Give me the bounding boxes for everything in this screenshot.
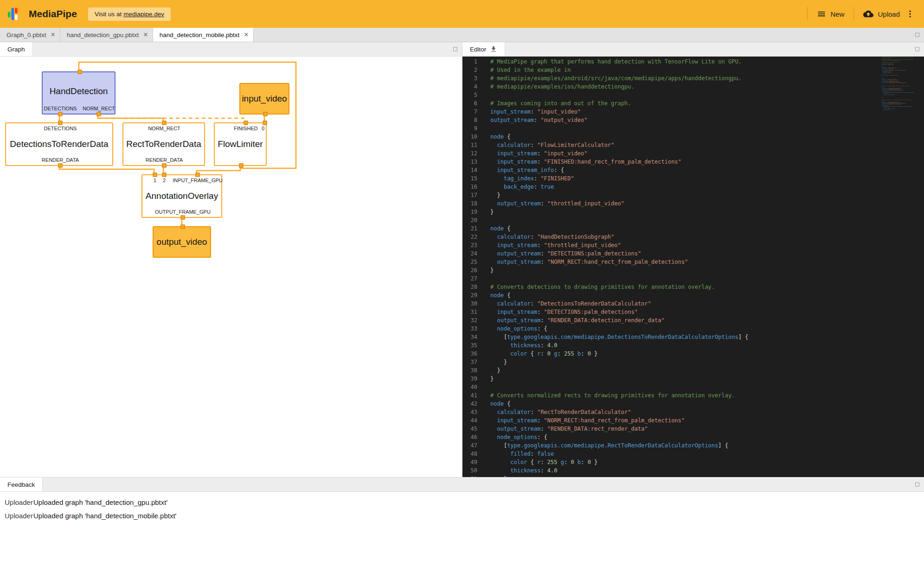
code-line[interactable]: node_options: {	[490, 433, 924, 441]
code-line[interactable]: }	[490, 475, 924, 477]
code-line[interactable]: calculator: "FlowLimiterCalculator"	[490, 141, 924, 149]
code-line[interactable]: output_stream: "RENDER_DATA:detection_re…	[490, 316, 924, 325]
output-port[interactable]	[239, 164, 244, 168]
graph-canvas[interactable]: HandDetection DETECTIONS NORM_RECT input…	[0, 57, 462, 477]
graph-node-output-video[interactable]: output_video	[153, 226, 211, 258]
code-line[interactable]: [type.googleapis.com/mediapipe.RectToRen…	[490, 441, 924, 450]
output-port[interactable]	[58, 164, 63, 168]
code-line[interactable]: output_stream: "RENDER_DATA:rect_render_…	[490, 425, 924, 433]
code-line[interactable]: }	[490, 358, 924, 366]
input-port[interactable]	[153, 173, 157, 177]
graph-node-detections-to-render-data[interactable]: DETECTIONS DetectionsToRenderData RENDER…	[5, 122, 113, 166]
input-port[interactable]	[78, 70, 82, 74]
tab-feedback[interactable]: Feedback	[0, 478, 43, 491]
graph-node-hand-detection[interactable]: HandDetection DETECTIONS NORM_RECT	[42, 71, 116, 115]
code-line[interactable]: }	[490, 208, 924, 216]
close-tab-icon[interactable]: ×	[244, 31, 248, 38]
output-port[interactable]	[58, 112, 63, 116]
graph-node-annotation-overlay[interactable]: 1 2 INPUT_FRAME_GPU AnnotationOverlay OU…	[141, 174, 222, 218]
maximize-feedback-icon[interactable]	[915, 483, 919, 487]
tab-graph[interactable]: Graph	[0, 42, 33, 56]
output-port[interactable]	[97, 112, 101, 116]
code-line[interactable]: thickness: 4.0	[490, 466, 924, 475]
code-line[interactable]: output_stream: "output_video"	[490, 116, 924, 124]
code-line[interactable]: }	[490, 191, 924, 199]
input-port[interactable]	[181, 225, 185, 229]
maximize-graph-icon[interactable]	[453, 47, 457, 51]
code-line[interactable]: # Images coming into and out of the grap…	[490, 99, 924, 108]
code-line[interactable]: }	[490, 366, 924, 375]
graph-node-input-video[interactable]: input_video	[239, 83, 289, 115]
code-line[interactable]: calculator: "RectToRenderDataCalculator"	[490, 408, 924, 416]
input-port[interactable]	[196, 173, 200, 177]
code-line[interactable]: output_stream: "NORM_RECT:hand_rect_from…	[490, 258, 924, 266]
code-line[interactable]: # Converts normalized rects to drawing p…	[881, 99, 918, 100]
maximize-panel-icon[interactable]	[915, 33, 919, 37]
code-line[interactable]: node {	[490, 291, 924, 299]
editor-scrollbar[interactable]	[918, 57, 924, 477]
output-port[interactable]	[181, 216, 185, 220]
code-line[interactable]: # Used in the example in	[490, 66, 924, 74]
code-line[interactable]: input_stream: "input_video"	[490, 149, 924, 158]
code-line[interactable]: input_stream_info: {	[490, 166, 924, 174]
code-line[interactable]: tag_index: "FINISHED"	[490, 174, 924, 183]
code-editor[interactable]: 1234567891011121314151617181920212223242…	[462, 57, 924, 477]
maximize-editor-icon[interactable]	[915, 47, 919, 51]
code-line[interactable]	[490, 216, 924, 224]
code-line[interactable]: output_stream: "DETECTIONS:palm_detectio…	[490, 249, 924, 258]
code-line[interactable]: input_stream: "DETECTIONS:palm_detection…	[490, 308, 924, 316]
code-lines[interactable]: # MediaPipe graph that performs hand det…	[880, 57, 918, 111]
input-port[interactable]	[263, 121, 267, 125]
graph-node-rect-to-render-data[interactable]: NORM_RECT RectToRenderData RENDER_DATA	[122, 122, 205, 166]
code-line[interactable]: output_stream: "throttled_input_video"	[490, 199, 924, 208]
close-tab-icon[interactable]: ×	[143, 31, 148, 38]
code-line[interactable]: # MediaPipe graph that performs hand det…	[490, 57, 924, 66]
code-line[interactable]: # Converts normalized rects to drawing p…	[490, 391, 924, 400]
code-lines[interactable]: # MediaPipe graph that performs hand det…	[483, 57, 924, 477]
code-line[interactable]: }	[490, 266, 924, 274]
output-port[interactable]	[263, 112, 268, 116]
code-line[interactable]: node {	[490, 400, 924, 408]
code-line[interactable]: input_stream: "throttled_input_video"	[490, 241, 924, 249]
input-port[interactable]	[162, 173, 167, 177]
graph-node-flow-limiter[interactable]: FINISHED 0 FlowLimiter	[214, 122, 267, 166]
code-line[interactable]: node_options: {	[490, 325, 924, 333]
download-icon[interactable]	[490, 45, 497, 53]
code-line[interactable]	[490, 274, 924, 283]
file-tab-0[interactable]: Graph_0.pbtxt×	[0, 28, 60, 42]
code-line[interactable]: thickness: 4.0	[490, 341, 924, 350]
output-port[interactable]	[162, 164, 167, 168]
code-line[interactable]: }	[881, 110, 918, 111]
editor-minimap[interactable]: # MediaPipe graph that performs hand det…	[880, 57, 918, 477]
code-line[interactable]	[490, 91, 924, 99]
code-line[interactable]: # mediapipie/examples/ios/handdetectiong…	[490, 83, 924, 91]
input-port[interactable]	[244, 121, 248, 125]
code-line[interactable]: color { r: 255 g: 0 b: 0 }	[490, 458, 924, 466]
code-line[interactable]: input_stream: "FINISHED:hand_rect_from_p…	[490, 158, 924, 166]
input-port[interactable]	[58, 121, 63, 125]
more-options-button[interactable]	[904, 6, 917, 21]
code-line[interactable]: input_stream: "NORM_RECT:hand_rect_from_…	[490, 416, 924, 425]
code-line[interactable]	[490, 124, 924, 133]
upload-button[interactable]: Upload	[860, 6, 904, 22]
code-line[interactable]	[490, 383, 924, 391]
code-line[interactable]: filled: false	[490, 450, 924, 458]
visit-link[interactable]: mediapipe.dev	[123, 11, 164, 18]
code-line[interactable]: }	[490, 375, 924, 383]
close-tab-icon[interactable]: ×	[51, 31, 55, 38]
input-port[interactable]	[162, 121, 167, 125]
tab-editor[interactable]: Editor	[462, 42, 505, 56]
code-line[interactable]: input_stream: "input_video"	[490, 108, 924, 116]
code-line[interactable]: # mediapipie/examples/android/src/java/c…	[490, 74, 924, 83]
code-line[interactable]: [type.googleapis.com/mediapipe.Detection…	[490, 333, 924, 341]
file-tab-2[interactable]: hand_detection_mobile.pbtxt×	[153, 28, 254, 42]
code-line[interactable]: color { r: 0 g: 255 b: 0 }	[490, 350, 924, 358]
code-line[interactable]: back_edge: true	[490, 183, 924, 191]
code-line[interactable]: calculator: "HandDetectionSubgraph"	[490, 233, 924, 241]
code-line[interactable]: # Converts detections to drawing primiti…	[490, 283, 924, 291]
code-line[interactable]: calculator: "DetectionsToRenderDataCalcu…	[490, 299, 924, 308]
new-button[interactable]: New	[813, 6, 848, 21]
code-line[interactable]: node {	[490, 133, 924, 141]
code-line[interactable]: node {	[490, 224, 924, 233]
file-tab-1[interactable]: hand_detection_gpu.pbtxt×	[60, 28, 153, 42]
